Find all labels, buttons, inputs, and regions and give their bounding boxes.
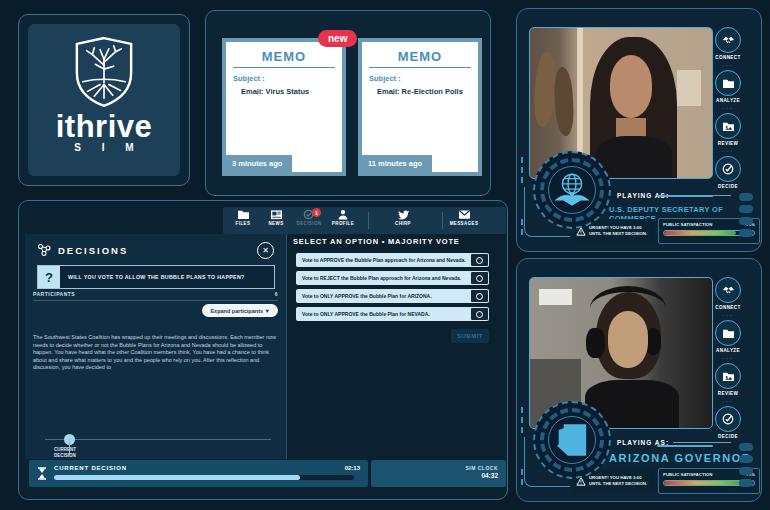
bird-icon bbox=[397, 209, 410, 220]
side-pill bbox=[739, 229, 753, 237]
analyze-button[interactable] bbox=[715, 70, 741, 96]
memo-card[interactable]: MEMO Subject : Email: Virus Status 3 min… bbox=[222, 38, 346, 176]
handshake-icon bbox=[722, 284, 735, 296]
menu-dots: ··· bbox=[715, 105, 741, 111]
connect-label: CONNECT bbox=[705, 55, 751, 60]
participants-row: PARTICIPANTS 6 bbox=[33, 291, 278, 301]
menu-dots: ··· bbox=[715, 148, 741, 154]
edge-tick bbox=[521, 407, 523, 413]
decision-progress-track bbox=[54, 475, 354, 480]
memo-divider bbox=[233, 67, 335, 68]
folder-icon bbox=[722, 78, 735, 89]
decide-label: DECIDE bbox=[705, 434, 751, 439]
decisions-header: DECISIONS bbox=[37, 243, 128, 257]
nav-tab-decision[interactable]: DECISION 1 bbox=[292, 209, 326, 233]
headphone-cup bbox=[586, 328, 604, 358]
vote-option[interactable]: Vote to ONLY APPROVE the Bubble Plan for… bbox=[296, 307, 489, 321]
memo-subject-label: Subject : bbox=[369, 74, 478, 83]
folder-icon bbox=[722, 328, 735, 339]
edge-tick bbox=[521, 219, 523, 225]
menu-dots: ··· bbox=[715, 355, 741, 361]
person-face bbox=[608, 311, 648, 368]
review-button[interactable] bbox=[715, 113, 741, 139]
satisfaction-fill bbox=[664, 231, 736, 235]
nav-tab-news[interactable]: NEWS bbox=[259, 209, 293, 233]
review-button[interactable] bbox=[715, 363, 741, 389]
side-pill bbox=[739, 443, 753, 451]
review-label: REVIEW bbox=[705, 141, 751, 146]
edge-tick bbox=[521, 479, 523, 485]
radio-button[interactable] bbox=[471, 308, 488, 320]
memo-card[interactable]: MEMO Subject : Email: Re-Election Polls … bbox=[358, 38, 482, 176]
nav-divider bbox=[368, 212, 369, 229]
person-icon bbox=[337, 209, 349, 220]
edge-tick bbox=[521, 427, 523, 433]
radio-button[interactable] bbox=[471, 254, 488, 266]
rule-line bbox=[673, 442, 731, 443]
nav-tab-profile[interactable]: PROFILE bbox=[326, 209, 360, 233]
menu-dots: ··· bbox=[715, 312, 741, 318]
nav-tab-files[interactable]: FILES bbox=[226, 209, 260, 233]
connect-button[interactable] bbox=[715, 277, 741, 303]
edge-tick bbox=[521, 177, 523, 183]
new-memo-badge: new bbox=[318, 30, 357, 47]
submit-button[interactable]: SUBMIT bbox=[451, 329, 489, 343]
nav-divider bbox=[442, 212, 443, 229]
participants-label: PARTICIPANTS bbox=[33, 291, 75, 297]
vote-heading: SELECT AN OPTION • MAJORITY VOTE bbox=[293, 237, 460, 246]
memo-title: MEMO bbox=[226, 49, 342, 64]
current-decision-bar: CURRENT DECISION 02:13 bbox=[29, 460, 368, 487]
brand-panel: ithrive S I M bbox=[18, 14, 190, 186]
menu-underline bbox=[657, 195, 713, 197]
expand-participants-button[interactable]: Expand participants ▼ bbox=[202, 304, 278, 317]
app-root: ithrive S I M new MEMO Subject : Email: … bbox=[0, 0, 770, 510]
side-pill bbox=[739, 205, 753, 213]
side-pill bbox=[739, 455, 753, 463]
main-nav: FILES NEWS DECISION 1 PROFILE CHIRP bbox=[223, 207, 506, 234]
decisions-title: DECISIONS bbox=[58, 245, 128, 256]
side-pill bbox=[739, 479, 753, 487]
briefing-text: The Southwest States Coalition has wrapp… bbox=[33, 334, 279, 372]
radio-button[interactable] bbox=[471, 272, 488, 284]
close-icon[interactable]: ✕ bbox=[257, 242, 274, 259]
vote-option[interactable]: Vote to REJECT the Bubble Plan approach … bbox=[296, 271, 489, 285]
globe-eagle-icon bbox=[551, 169, 593, 211]
nav-tab-chirp[interactable]: CHIRP bbox=[386, 209, 420, 233]
urgent-text-line2: UNTIL THE NEXT DECISION. bbox=[589, 231, 647, 237]
menu-underline bbox=[657, 445, 713, 447]
notification-badge: 1 bbox=[312, 208, 321, 217]
analyze-button[interactable] bbox=[715, 320, 741, 346]
memo-title: MEMO bbox=[362, 49, 478, 64]
folder-icon bbox=[237, 209, 250, 220]
vote-option[interactable]: Vote to ONLY APPROVE the Bubble Plan for… bbox=[296, 289, 489, 303]
edge-tick bbox=[521, 167, 523, 173]
side-pill bbox=[739, 217, 753, 225]
review-label: REVIEW bbox=[705, 391, 751, 396]
status-bar-label: CURRENT DECISION bbox=[54, 465, 127, 471]
media-folder-icon bbox=[722, 121, 735, 132]
participants-count: 6 bbox=[275, 291, 278, 297]
brand-name: ithrive bbox=[28, 112, 180, 142]
urgent-text-line2: UNTIL THE NEXT DECISION. bbox=[589, 481, 647, 487]
connect-button[interactable] bbox=[715, 27, 741, 53]
nav-tab-messages[interactable]: MESSAGES bbox=[447, 209, 481, 233]
analyze-label: ANALYZE bbox=[705, 348, 751, 353]
brand-tile: ithrive S I M bbox=[28, 24, 180, 176]
sim-clock-value: 04:32 bbox=[371, 472, 498, 479]
hourglass-icon bbox=[37, 467, 47, 480]
edge-tick bbox=[521, 469, 523, 475]
tree-shield-logo-icon bbox=[73, 36, 135, 108]
menu-dots: ··· bbox=[715, 398, 741, 404]
decide-button[interactable] bbox=[715, 156, 741, 182]
decide-button[interactable] bbox=[715, 406, 741, 432]
handshake-icon bbox=[722, 34, 735, 46]
edge-tick bbox=[521, 157, 523, 163]
timeline-label: CURRENT DECISION bbox=[47, 447, 83, 458]
check-circle-icon bbox=[722, 413, 734, 425]
guitar bbox=[554, 67, 576, 137]
radio-button[interactable] bbox=[471, 290, 488, 302]
connect-label: CONNECT bbox=[705, 305, 751, 310]
question-mark-icon: ? bbox=[38, 266, 60, 288]
memo-timestamp: 11 minutes ago bbox=[362, 155, 432, 172]
vote-option[interactable]: Vote to APPROVE the Bubble Plan approach… bbox=[296, 253, 489, 267]
